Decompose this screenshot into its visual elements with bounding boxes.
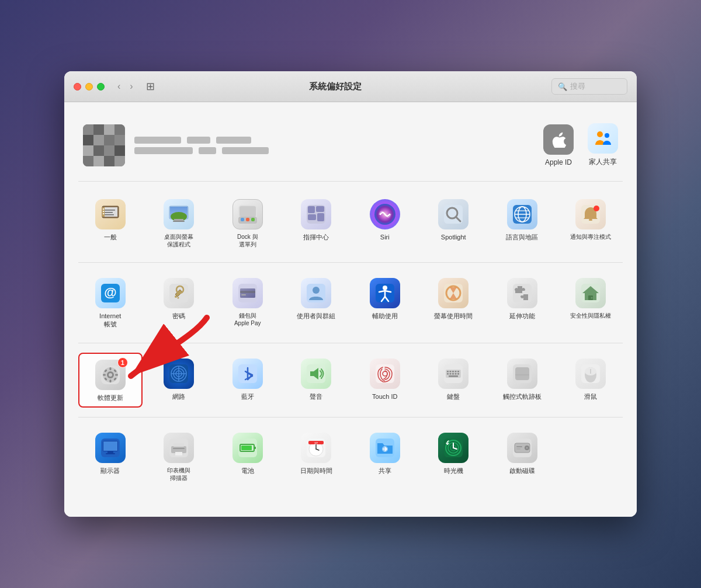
svg-point-0	[597, 131, 603, 137]
family-sharing-item[interactable]: 家人共享	[588, 123, 618, 167]
family-label: 家人共享	[589, 157, 617, 167]
maximize-button[interactable]	[97, 83, 105, 91]
svg-rect-119	[241, 446, 252, 450]
users-item[interactable]: 使用者與群組	[284, 272, 349, 333]
timemachine-label: 時光機	[444, 467, 463, 475]
timemachine-item[interactable]: 時光機	[422, 427, 486, 486]
keyboard-item[interactable]: 鍵盤	[422, 353, 486, 408]
network-label: 網路	[172, 392, 185, 401]
svg-rect-98	[515, 367, 529, 380]
accessibility-icon	[370, 278, 400, 308]
mission-label: 指揮中心	[303, 233, 329, 241]
svg-rect-118	[254, 447, 256, 449]
wallet-icon	[232, 278, 263, 308]
notification-label: 通知與專注模式	[570, 233, 611, 241]
section-row1: 一般	[78, 193, 623, 263]
internet-item[interactable]: @ Internet帳號	[78, 272, 143, 333]
apple-id-label: Apple ID	[545, 158, 572, 166]
close-button[interactable]	[74, 83, 81, 91]
search-bar[interactable]: 🔍 搜尋	[551, 78, 627, 95]
password-item[interactable]: 密碼	[147, 272, 211, 333]
software-update-item[interactable]: 1 軟體更新	[78, 353, 143, 408]
minimize-button[interactable]	[85, 83, 93, 91]
row1-grid: 一般	[78, 193, 623, 253]
family-icon	[588, 123, 618, 154]
printer-item[interactable]: 印表機與掃描器	[147, 427, 211, 486]
wallet-label: 錢包與Apple Pay	[234, 312, 261, 327]
svg-text:@: @	[104, 285, 116, 300]
datetime-icon: 17	[301, 433, 331, 463]
users-icon	[301, 278, 331, 308]
row2-grid: @ Internet帳號	[78, 272, 623, 333]
svg-rect-19	[240, 206, 256, 217]
svg-rect-94	[455, 373, 457, 375]
svg-rect-90	[457, 371, 459, 373]
svg-rect-26	[308, 214, 316, 220]
window-title: 系統偏好設定	[127, 81, 544, 92]
desktop-item[interactable]: 桌面與螢幕保護程式	[147, 193, 211, 253]
dock-item[interactable]: Dock 與選單列	[216, 193, 280, 253]
security-item[interactable]: 安全性與隱私權	[559, 272, 623, 333]
row3-grid: 1 軟體更新	[78, 353, 623, 408]
sound-icon	[301, 359, 331, 389]
avatar[interactable]	[83, 124, 125, 166]
dock-label: Dock 與選單列	[237, 233, 258, 248]
siri-item[interactable]: Siri	[353, 193, 417, 253]
svg-rect-7	[103, 213, 104, 214]
svg-rect-66	[109, 367, 111, 370]
spotlight-item[interactable]: Spotlight	[422, 193, 486, 253]
svg-rect-109	[106, 453, 115, 454]
display-icon	[95, 433, 126, 463]
section-row4: 顯示器	[78, 427, 623, 496]
svg-point-40	[594, 206, 599, 211]
bluetooth-icon	[232, 359, 263, 389]
internet-icon: @	[95, 278, 126, 308]
startup-item[interactable]: 啟動磁碟	[490, 427, 554, 486]
siri-icon	[370, 199, 400, 229]
display-item[interactable]: 顯示器	[78, 427, 143, 486]
svg-rect-108	[107, 451, 113, 453]
accessibility-item[interactable]: 輔助使用	[353, 272, 417, 333]
siri-label: Siri	[380, 233, 390, 241]
mouse-label: 滑鼠	[584, 392, 597, 401]
svg-rect-39	[589, 219, 592, 221]
timemachine-icon	[438, 433, 469, 463]
bluetooth-item[interactable]: 藍牙	[216, 353, 280, 408]
svg-rect-140	[516, 448, 520, 450]
sharing-item[interactable]: 共享	[353, 427, 417, 486]
wallet-item[interactable]: 錢包與Apple Pay	[216, 272, 280, 333]
svg-rect-112	[173, 448, 185, 449]
profile-left	[83, 124, 269, 166]
network-item[interactable]: 網路	[147, 353, 211, 408]
svg-point-61	[591, 297, 593, 299]
svg-rect-5	[103, 208, 104, 210]
sound-item[interactable]: 聲音	[284, 353, 349, 408]
svg-text:17: 17	[314, 441, 318, 445]
datetime-item[interactable]: 17 日期與時間	[284, 427, 349, 486]
notification-item[interactable]: 通知與專注模式	[559, 193, 623, 253]
touchid-item[interactable]: Touch ID	[353, 353, 417, 408]
desktop-icon	[164, 199, 194, 229]
battery-item[interactable]: 電池	[216, 427, 280, 486]
section-row2: @ Internet帳號	[78, 272, 623, 343]
svg-point-53	[313, 287, 320, 294]
extensions-item[interactable]: 延伸功能	[490, 272, 554, 333]
svg-rect-92	[450, 373, 452, 375]
trackpad-icon	[507, 359, 537, 389]
apple-id-item[interactable]: Apple ID	[543, 124, 574, 166]
sharing-label: 共享	[379, 467, 391, 475]
screentime-item[interactable]: 螢幕使用時間	[422, 272, 486, 333]
extensions-icon	[507, 278, 537, 308]
trackpad-item[interactable]: 觸控式軌跡板	[490, 353, 554, 408]
svg-rect-6	[103, 211, 104, 212]
update-badge: 1	[117, 357, 128, 368]
mouse-item[interactable]: 滑鼠	[559, 353, 623, 408]
battery-icon	[232, 433, 263, 463]
mission-item[interactable]: 指揮中心	[284, 193, 349, 253]
users-label: 使用者與群組	[297, 312, 335, 320]
back-button[interactable]: ‹	[114, 80, 124, 93]
language-item[interactable]: 語言與地區	[490, 193, 554, 253]
svg-rect-89	[455, 371, 457, 373]
general-item[interactable]: 一般	[78, 193, 143, 253]
svg-rect-91	[447, 373, 449, 375]
